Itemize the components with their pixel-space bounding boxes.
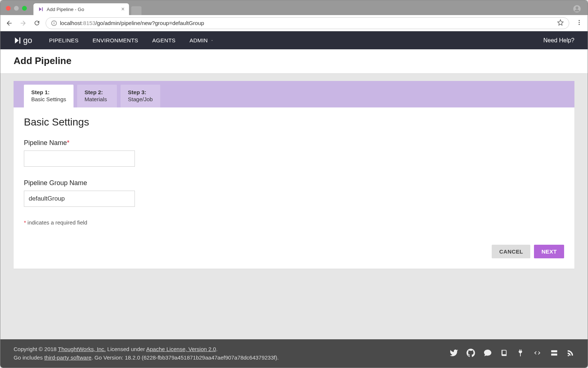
app-navbar: go PIPELINES ENVIRONMENTS AGENTS ADMIN N… — [0, 31, 588, 49]
need-help-link[interactable]: Need Help? — [544, 37, 575, 44]
copyright-text: Copyright © 2018 — [14, 346, 58, 352]
wizard-step-3[interactable]: Step 3: Stage/Job — [121, 85, 160, 107]
nav-admin-label: ADMIN — [190, 37, 208, 43]
svg-point-7 — [579, 24, 580, 25]
nav-admin[interactable]: ADMIN — [190, 37, 214, 43]
new-tab-button[interactable] — [131, 6, 141, 15]
svg-point-5 — [579, 20, 580, 21]
tab-close-icon[interactable]: × — [121, 6, 125, 13]
step-number: Step 1: — [31, 89, 66, 95]
svg-point-1 — [576, 7, 578, 9]
required-note: *indicates a required field — [24, 219, 564, 226]
label-text: Pipeline Name — [24, 139, 67, 146]
page-title: Add Pipeline — [14, 55, 574, 67]
next-button[interactable]: NEXT — [534, 245, 564, 258]
window-maximize-icon[interactable] — [22, 6, 27, 11]
tab-favicon-icon — [38, 6, 44, 12]
nav-agents[interactable]: AGENTS — [152, 37, 175, 43]
server-icon[interactable] — [550, 349, 558, 358]
license-link[interactable]: Apache License, Version 2.0 — [146, 346, 216, 352]
app-footer: Copyright © 2018 ThoughtWorks, Inc. Lice… — [0, 339, 588, 368]
line2-prefix: Go includes — [14, 354, 44, 361]
nav-environments[interactable]: ENVIRONMENTS — [93, 37, 138, 43]
period: . — [216, 346, 218, 352]
section-heading: Basic Settings — [24, 116, 564, 128]
chevron-down-icon — [210, 39, 214, 42]
url-port: :8153 — [82, 20, 96, 26]
code-icon[interactable] — [533, 349, 542, 358]
svg-point-6 — [579, 22, 580, 23]
profile-avatar-icon[interactable] — [573, 5, 581, 14]
wizard-step-1[interactable]: Step 1: Basic Settings — [24, 85, 74, 107]
pipeline-name-input[interactable] — [24, 151, 135, 167]
required-star-icon: * — [24, 219, 26, 226]
svg-rect-3 — [54, 22, 54, 24]
company-link[interactable]: ThoughtWorks, Inc. — [58, 346, 106, 352]
chat-icon[interactable] — [483, 348, 492, 358]
svg-rect-9 — [551, 354, 557, 356]
bookmark-star-icon[interactable] — [557, 19, 564, 27]
logo-text: go — [23, 36, 32, 45]
pipeline-name-label: Pipeline Name* — [24, 139, 564, 147]
required-star-icon: * — [67, 139, 69, 146]
licensed-text: Licensed under — [106, 346, 146, 352]
pipeline-group-name-input[interactable] — [24, 191, 135, 207]
browser-titlebar: Add Pipeline - Go × — [0, 0, 588, 15]
app-logo[interactable]: go — [14, 36, 32, 45]
step-label: Basic Settings — [31, 96, 66, 102]
url-host: localhost — [60, 20, 82, 26]
pipeline-group-name-label: Pipeline Group Name — [24, 179, 564, 187]
window-minimize-icon[interactable] — [14, 6, 19, 11]
url-path: /go/admin/pipeline/new?group=defaultGrou… — [96, 20, 204, 26]
forward-button[interactable] — [19, 20, 27, 27]
version-text: . Go Version: 18.2.0 (6228-fbb379a451871… — [92, 354, 279, 361]
required-note-text: indicates a required field — [28, 219, 87, 226]
svg-rect-8 — [551, 350, 557, 353]
browser-toolbar: localhost:8153/go/admin/pipeline/new?gro… — [0, 15, 588, 31]
browser-menu-icon[interactable] — [576, 19, 582, 27]
cancel-button[interactable]: CANCEL — [492, 245, 530, 258]
book-icon[interactable] — [500, 349, 508, 358]
tab-title: Add Pipeline - Go — [47, 7, 84, 12]
site-info-icon[interactable] — [51, 20, 57, 26]
window-close-icon[interactable] — [6, 6, 11, 11]
page-header: Add Pipeline — [0, 49, 588, 74]
step-label: Stage/Job — [128, 96, 153, 102]
wizard-panel: Step 1: Basic Settings Step 2: Materials… — [14, 81, 574, 269]
wizard-step-2[interactable]: Step 2: Materials — [77, 85, 117, 107]
rss-icon[interactable] — [566, 349, 574, 358]
step-number: Step 2: — [85, 89, 110, 95]
nav-pipelines[interactable]: PIPELINES — [49, 37, 78, 43]
reload-button[interactable] — [33, 20, 40, 26]
github-icon[interactable] — [466, 348, 475, 358]
svg-point-4 — [54, 21, 54, 22]
address-bar[interactable]: localhost:8153/go/admin/pipeline/new?gro… — [46, 17, 569, 29]
step-label: Materials — [85, 96, 110, 102]
plug-icon[interactable] — [516, 349, 524, 358]
twitter-icon[interactable] — [449, 348, 458, 358]
browser-tab[interactable]: Add Pipeline - Go × — [33, 3, 129, 15]
back-button[interactable] — [6, 20, 13, 27]
step-number: Step 3: — [128, 89, 153, 95]
third-party-link[interactable]: third-party software — [44, 354, 91, 361]
wizard-tabs: Step 1: Basic Settings Step 2: Materials… — [14, 81, 574, 107]
